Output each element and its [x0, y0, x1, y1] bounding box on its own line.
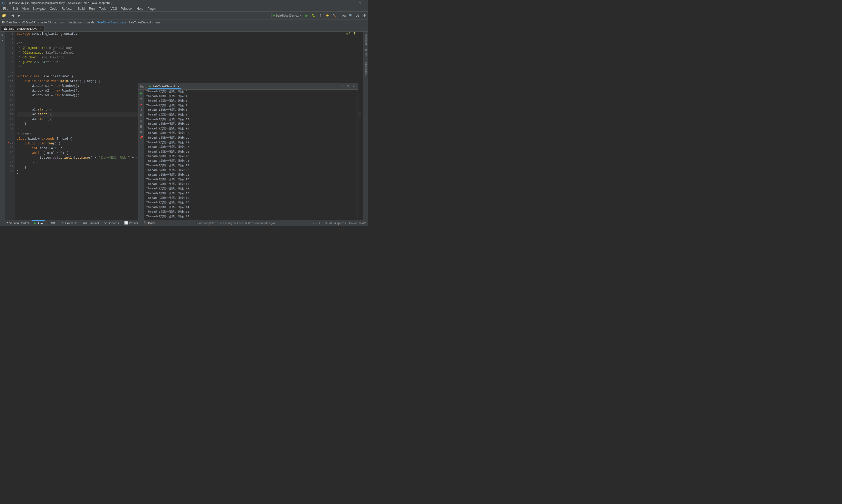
run-stop-button[interactable]: ■ — [139, 102, 144, 107]
restful-panel-label[interactable]: RESTful — [364, 48, 368, 59]
run-panel-body: ▶ ↺ ■ ⬇ ⊞ 🖨 🗑 ⛓ 📌 Thread-2卖出一张票, 剩余:35Th… — [138, 90, 358, 220]
breadcrumb-class[interactable]: SaleTicketDemo1 — [128, 21, 151, 24]
profile-button[interactable]: ⚡ — [324, 13, 330, 18]
breadcrumb-com[interactable]: com — [60, 21, 66, 24]
maximize-button[interactable]: □ — [358, 1, 361, 5]
menu-build[interactable]: Build — [75, 6, 87, 12]
breadcrumb-dingjiaxiong[interactable]: dingjiaxiong — [68, 21, 83, 24]
menu-navigate[interactable]: Navigate — [31, 6, 48, 12]
line-numbers: 1 2 3 4 5 6 7 8 9 ▶10 ▶11 12 13 14 15 16 — [5, 32, 15, 220]
output-line: Thread-1卖出一张票, 剩余:4 — [146, 94, 356, 99]
bottom-tab-run-label: Run — [37, 222, 42, 225]
menu-tools[interactable]: Tools — [97, 6, 108, 12]
bottom-tab-build[interactable]: 🔨 Build — [141, 220, 157, 226]
indent: 4 spaces — [335, 221, 346, 224]
run-pin-btn[interactable]: 📌 — [139, 135, 144, 140]
output-line: Thread-2卖出一张票, 剩余:13 — [146, 210, 356, 214]
git-button[interactable]: ⎇ — [355, 13, 360, 18]
run-rerun-button[interactable]: ↺ — [139, 96, 144, 101]
build-button[interactable]: 🔨 — [331, 13, 337, 18]
bottom-tab-problems[interactable]: ⚠ Problems — [59, 220, 80, 226]
run-print-btn[interactable]: 🖨 — [139, 119, 144, 123]
output-line: Thread-2卖出一张票, 剩余:27 — [146, 145, 356, 150]
run-config-label: SaleTicketDemo1 — [276, 14, 299, 17]
menu-window[interactable]: Window — [119, 6, 135, 12]
output-line: Thread-2卖出一张票, 剩余:28 — [146, 141, 356, 145]
menu-bar: File Edit View Navigate Code Refactor Bu… — [0, 6, 369, 12]
run-button[interactable]: ▶ — [304, 13, 310, 18]
notifications-panel-label[interactable]: Notifications — [364, 61, 368, 77]
menu-run[interactable]: Run — [87, 6, 97, 12]
charset: UTF-8 — [324, 221, 332, 224]
run-tab-close-icon[interactable]: ✕ — [177, 85, 179, 88]
bottom-tab-vc-label: Version Control — [9, 221, 29, 224]
breadcrumb-chapter09[interactable]: chapter09 — [38, 21, 51, 24]
bottom-tab-terminal-label: Terminal — [88, 221, 99, 224]
run-config-dropdown[interactable]: ▶ SaleTicketDemo1 ▾ — [271, 13, 303, 18]
output-line: Thread-1卖出一张票, 剩余:3 — [146, 98, 356, 103]
panel-restore-button[interactable]: ⤢ — [340, 84, 344, 89]
toolbar-sep1 — [8, 14, 8, 18]
output-line: Thread-1卖出一张票, 剩余:5 — [146, 90, 356, 94]
sidebar-debug-marker-icon[interactable]: ● — [1, 38, 5, 42]
code-line-2 — [17, 36, 361, 41]
output-line: Thread-2卖出一张票, 剩余:24 — [146, 159, 356, 164]
tab-close-button[interactable]: ✕ — [39, 28, 42, 30]
run-panel-tab-saletickerdemo1[interactable]: ▶ SaleTicketDemo1 ✕ — [148, 84, 181, 89]
bottom-tab-terminal[interactable]: ⌨ Terminal — [80, 220, 102, 226]
status-message: Build completed successfully in 1 sec, 6… — [157, 221, 313, 224]
search-button[interactable]: 🔍 — [348, 13, 354, 18]
minimize-button[interactable]: ─ — [353, 1, 357, 5]
output-line: Thread-2卖出一张票, 剩余:26 — [146, 150, 356, 155]
run-scroll-end-btn[interactable]: ⬇ — [139, 107, 144, 112]
run-filter-btn[interactable]: ⊞ — [139, 113, 144, 118]
menu-plugin[interactable]: Plugin — [145, 6, 158, 12]
run-clear-btn[interactable]: 🗑 — [139, 124, 144, 129]
breadcrumb-src[interactable]: src — [53, 21, 57, 24]
output-line: Thread-2卖出一张票, 剩余:22 — [146, 168, 356, 173]
toolbar-forward-btn[interactable]: ▶ — [16, 13, 22, 18]
breadcrumb-file[interactable]: SaleTicketDemo1.java — [97, 21, 126, 24]
toolbar-project-btn[interactable]: 📁 — [1, 13, 7, 18]
bottom-tab-version-control[interactable]: ⎇ Version Control — [2, 220, 32, 226]
settings-button[interactable]: ⚙ — [361, 13, 367, 18]
bottom-tab-services-label: Services — [108, 221, 119, 224]
breadcrumb-method[interactable]: main — [154, 21, 160, 24]
coverage-button[interactable]: ☂ — [318, 13, 323, 18]
menu-code[interactable]: Code — [48, 6, 59, 12]
breadcrumb-bar: BigDataStudy › 01JavaSE › chapter09 › sr… — [0, 19, 369, 25]
breadcrumb-bigdatastudy[interactable]: BigDataStudy — [2, 21, 20, 24]
bottom-tab-run[interactable]: ▶ Run — [32, 220, 45, 226]
toolbar: 📁 ◀ ▶ ▶ SaleTicketDemo1 ▾ ▶ 🐛 ☂ ⚡ 🔨 Aa 🔍… — [0, 12, 369, 19]
toolbar-sep3 — [339, 14, 339, 18]
menu-help[interactable]: Help — [135, 6, 145, 12]
database-panel-label[interactable]: Database — [364, 33, 368, 46]
run-output[interactable]: Thread-2卖出一张票, 剩余:35Thread-2卖出一张票, 剩余:34… — [144, 90, 358, 220]
case-button[interactable]: Aa — [341, 13, 347, 18]
output-line: Thread-2卖出一张票, 剩余:32 — [146, 122, 356, 127]
menu-vcs[interactable]: VCS — [108, 6, 119, 12]
menu-view[interactable]: View — [20, 6, 31, 12]
run-resume-button[interactable]: ▶ — [139, 91, 144, 95]
bottom-tab-profiler[interactable]: 📊 Profiler — [122, 220, 141, 226]
panel-close-button[interactable]: ✕ — [351, 84, 356, 89]
toolbar-back-btn[interactable]: ◀ — [10, 13, 16, 18]
menu-refactor[interactable]: Refactor — [59, 6, 75, 12]
run-config-icon: ▶ — [273, 14, 275, 17]
menu-edit[interactable]: Edit — [10, 6, 20, 12]
menu-file[interactable]: File — [1, 6, 10, 12]
code-line-7: * @Date:2023/4/27 15:59 — [17, 60, 361, 65]
git-icon: ⎇ — [5, 221, 8, 224]
breadcrumb-unsafe[interactable]: unsafe — [86, 21, 94, 24]
breadcrumb-01javase[interactable]: 01JavaSE — [22, 21, 36, 24]
tab-saletickerdemo1[interactable]: ☕ SaleTicketDemo1.java ✕ — [1, 25, 45, 31]
sidebar-run-marker-icon[interactable]: ▶ — [1, 33, 5, 37]
panel-settings-button[interactable]: ⚙ — [345, 84, 350, 89]
close-button[interactable]: ✕ — [363, 1, 366, 5]
bottom-tab-todo[interactable]: TODO — [45, 220, 59, 226]
run-threads-btn[interactable]: ⛓ — [139, 129, 144, 134]
debug-button[interactable]: 🐛 — [311, 13, 317, 18]
run-tab-icon: ▶ — [149, 85, 151, 88]
main-area: ▶ ● ⚠ 4 ✓ 1 1 2 3 4 5 6 7 8 9 ▶10 — [0, 32, 369, 220]
bottom-tab-services[interactable]: ⚙ Services — [102, 220, 122, 226]
